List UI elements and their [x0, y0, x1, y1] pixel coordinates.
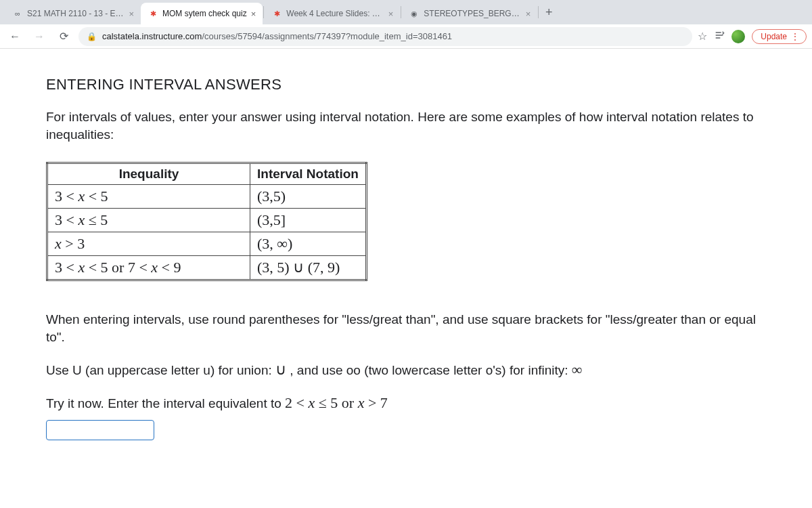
cell-inequality: x > 3	[47, 232, 250, 256]
intro-paragraph: For intervals of values, enter your answ…	[46, 108, 766, 143]
table-row: 3 < x < 5 (3,5)	[47, 185, 367, 209]
page-content: ENTERING INTERVAL ANSWERS For intervals …	[0, 49, 812, 467]
pdf-icon: ◉	[409, 8, 420, 19]
table-row: 3 < x ≤ 5 (3,5]	[47, 209, 367, 232]
update-button[interactable]: Update ⋮	[752, 29, 807, 44]
canvas-icon: ✱	[271, 8, 282, 19]
profile-avatar[interactable]	[731, 30, 745, 43]
tab-1[interactable]: ✱ MOM sytem check quiz ×	[141, 3, 263, 24]
close-icon[interactable]: ×	[526, 9, 531, 19]
cell-notation: (3, 5) ∪ (7, 9)	[250, 256, 367, 280]
close-icon[interactable]: ×	[129, 9, 134, 19]
close-icon[interactable]: ×	[388, 9, 394, 19]
infinity-symbol: ∞	[572, 361, 583, 378]
cell-inequality: 3 < x ≤ 5	[47, 209, 250, 232]
col-header-notation: Interval Notation	[250, 163, 367, 185]
interval-table: Inequality Interval Notation 3 < x < 5 (…	[46, 162, 367, 281]
tab-0[interactable]: ∞ S21 MATH 2110 - 13 - Edfinity ×	[5, 3, 141, 24]
tab-title: S21 MATH 2110 - 13 - Edfinity	[27, 9, 125, 18]
bookmark-star-icon[interactable]: ☆	[698, 30, 707, 43]
toolbar-right: ☆ Update ⋮	[698, 29, 807, 44]
instruction-parentheses: When entering intervals, use round paren…	[46, 311, 766, 345]
url-path: /courses/57594/assignments/774397?module…	[202, 31, 452, 41]
tab-strip: ∞ S21 MATH 2110 - 13 - Edfinity × ✱ MOM …	[0, 0, 812, 24]
lock-icon: 🔒	[87, 32, 97, 41]
union-symbol: ∪	[275, 361, 286, 378]
tab-divider	[538, 6, 539, 18]
prompt-math: 2 < x ≤ 5 or x > 7	[285, 394, 388, 411]
tab-divider	[263, 6, 264, 18]
tab-divider	[401, 6, 401, 18]
tab-3[interactable]: ◉ STEREOTYPES_BERG.pdf ×	[402, 3, 537, 24]
new-tab-button[interactable]: +	[539, 3, 558, 22]
tab-title: Week 4 Lecture Slides: CLS 2010	[286, 9, 384, 18]
page-heading: ENTERING INTERVAL ANSWERS	[46, 76, 766, 93]
tab-title: MOM sytem check quiz	[162, 9, 247, 18]
tab-title: STEREOTYPES_BERG.pdf	[424, 9, 521, 18]
forward-button[interactable]: →	[30, 27, 49, 46]
text: Use U (an uppercase letter u) for union:	[46, 363, 275, 377]
update-label: Update	[761, 32, 787, 41]
tab-2[interactable]: ✱ Week 4 Lecture Slides: CLS 2010 ×	[265, 3, 400, 24]
close-icon[interactable]: ×	[251, 9, 256, 19]
text: Try it now. Enter the interval equivalen…	[46, 396, 285, 410]
table-row: 3 < x < 5 or 7 < x < 9 (3, 5) ∪ (7, 9)	[47, 256, 367, 280]
cell-notation: (3, ∞)	[250, 232, 367, 256]
url-domain: calstatela.instructure.com	[102, 31, 202, 41]
toolbar: ← → ⟳ 🔒 calstatela.instructure.com/cours…	[0, 24, 812, 49]
cell-notation: (3,5]	[250, 209, 367, 232]
canvas-icon: ✱	[148, 8, 158, 19]
back-button[interactable]: ←	[5, 27, 24, 46]
try-it-prompt: Try it now. Enter the interval equivalen…	[46, 393, 766, 413]
cell-inequality: 3 < x < 5	[47, 185, 250, 209]
answer-input[interactable]	[46, 420, 154, 440]
reload-button[interactable]: ⟳	[54, 27, 73, 46]
address-bar[interactable]: 🔒 calstatela.instructure.com/courses/575…	[78, 27, 692, 46]
more-icon: ⋮	[791, 32, 799, 41]
table-row: x > 3 (3, ∞)	[47, 232, 367, 256]
cell-inequality: 3 < x < 5 or 7 < x < 9	[47, 256, 250, 280]
infinity-icon: ∞	[12, 8, 23, 19]
reading-list-icon[interactable]	[714, 30, 725, 43]
cell-notation: (3,5)	[250, 185, 367, 209]
col-header-inequality: Inequality	[47, 163, 250, 185]
text: , and use oo (two lowercase letter o's) …	[286, 363, 572, 377]
instruction-union: Use U (an uppercase letter u) for union:…	[46, 360, 766, 380]
